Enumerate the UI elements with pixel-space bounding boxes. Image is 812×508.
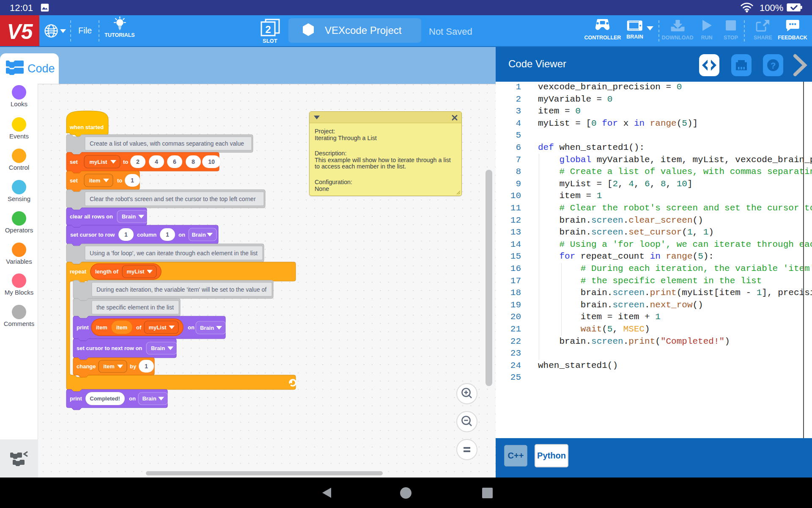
- svg-text:on: on: [178, 232, 185, 238]
- svg-text:item: item: [89, 177, 101, 184]
- svg-text:myList: myList: [149, 324, 167, 331]
- svg-text:column: column: [137, 232, 156, 238]
- svg-text:set cursor to next row on: set cursor to next row on: [77, 345, 142, 351]
- svg-text:to: to: [123, 159, 128, 165]
- svg-text:the specific element in the li: the specific element in the list: [96, 304, 174, 311]
- svg-text:length of: length of: [95, 268, 119, 275]
- svg-text:item: item: [103, 363, 115, 370]
- svg-text:set: set: [70, 159, 78, 165]
- svg-text:print: print: [77, 324, 89, 331]
- svg-text:Brain: Brain: [200, 325, 214, 331]
- svg-text:During each iteration, the var: During each iteration, the variable 'ite…: [96, 286, 266, 293]
- svg-text:1: 1: [131, 177, 134, 184]
- svg-text:Clear the robot's screen and s: Clear the robot's screen and set the cur…: [90, 196, 256, 202]
- svg-text:Brain: Brain: [192, 232, 206, 238]
- svg-text:1: 1: [145, 363, 148, 370]
- svg-text:set cursor to row: set cursor to row: [70, 232, 115, 238]
- svg-text:change: change: [77, 363, 96, 370]
- svg-text:Brain: Brain: [122, 213, 136, 220]
- svg-text:to: to: [117, 177, 122, 184]
- svg-text:myList: myList: [127, 268, 145, 275]
- svg-text:4: 4: [155, 158, 158, 165]
- svg-text:2: 2: [265, 24, 271, 35]
- svg-text:repeat: repeat: [70, 268, 87, 275]
- svg-text:on: on: [129, 395, 136, 402]
- svg-text:2: 2: [136, 158, 140, 165]
- svg-text:?: ?: [771, 61, 776, 70]
- svg-text:V5: V5: [7, 20, 33, 42]
- svg-text:Completed!: Completed!: [90, 395, 120, 402]
- svg-text:Brain: Brain: [142, 395, 156, 402]
- svg-text:myList: myList: [90, 159, 108, 165]
- svg-text:when started: when started: [69, 124, 104, 130]
- svg-text:6: 6: [173, 158, 176, 165]
- svg-text:Create a list of values, with: Create a list of values, with commas sep…: [90, 140, 244, 147]
- svg-text:1: 1: [166, 231, 169, 238]
- svg-text:of: of: [136, 324, 142, 331]
- svg-text:by: by: [130, 363, 137, 370]
- svg-text:10: 10: [208, 158, 215, 165]
- svg-text:set: set: [70, 177, 78, 184]
- svg-text:on: on: [188, 324, 195, 331]
- svg-text:clear all rows on: clear all rows on: [70, 213, 113, 220]
- svg-text:Brain: Brain: [151, 345, 165, 351]
- svg-text:print: print: [70, 395, 82, 402]
- svg-text:item: item: [96, 324, 107, 331]
- svg-text:8: 8: [192, 158, 195, 165]
- svg-text:item: item: [116, 324, 128, 331]
- svg-text:Using a 'for loop', we can ite: Using a 'for loop', we can iterate throu…: [90, 250, 258, 257]
- svg-text:1: 1: [124, 231, 128, 238]
